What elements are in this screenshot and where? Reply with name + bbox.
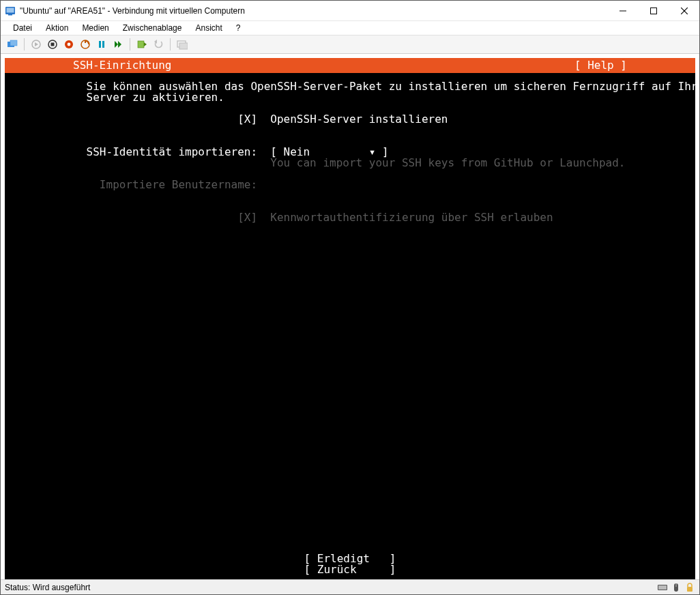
save-state-icon[interactable]	[78, 37, 93, 52]
svg-rect-26	[658, 585, 667, 590]
menu-item-medien[interactable]: Medien	[76, 22, 114, 34]
revert-icon[interactable]	[151, 37, 166, 52]
status-label: Status:	[5, 583, 30, 592]
maximize-button[interactable]	[638, 1, 669, 20]
svg-rect-24	[179, 43, 188, 49]
import-identity-hint: You can import your SSH keys from GitHub…	[270, 156, 625, 169]
svg-point-13	[68, 43, 71, 46]
import-username-label: Importiere Benutzername:	[100, 178, 257, 191]
svg-rect-20	[138, 41, 144, 48]
close-button[interactable]	[669, 1, 699, 20]
turn-off-icon[interactable]	[45, 37, 60, 52]
ctrl-alt-del-icon[interactable]	[5, 37, 20, 52]
start-icon[interactable]	[29, 37, 44, 52]
svg-marker-18	[115, 41, 118, 48]
vm-viewport-container: SSH-Einrichtung [ Help ] Sie können ausw…	[1, 54, 699, 579]
allow-pw-auth-label: Kennwortauthentifizierung über SSH erlau…	[270, 211, 553, 224]
allow-pw-auth-checkbox[interactable]: [X]	[237, 211, 257, 224]
svg-rect-2	[8, 14, 12, 16]
status-bar: Status: Wird ausgeführt	[1, 579, 699, 594]
toolbar	[1, 35, 699, 54]
svg-rect-16	[99, 41, 101, 48]
minimize-button[interactable]	[607, 1, 638, 20]
svg-marker-19	[118, 41, 121, 48]
app-icon	[5, 5, 16, 16]
svg-marker-9	[35, 42, 38, 46]
back-button[interactable]: [ Zurück ]	[304, 563, 396, 576]
status-value: Wird ausgeführt	[33, 583, 91, 592]
menu-item-datei[interactable]: Datei	[8, 22, 38, 34]
install-openssh-checkbox[interactable]: [X]	[237, 113, 257, 126]
guest-display[interactable]: SSH-Einrichtung [ Help ] Sie können ausw…	[5, 58, 695, 579]
menu-bar: Datei Aktion Medien Zwischenablage Ansic…	[1, 21, 699, 35]
menu-item-aktion[interactable]: Aktion	[40, 22, 74, 34]
reset-icon[interactable]	[111, 37, 126, 52]
svg-rect-29	[687, 587, 692, 592]
menu-item-ansicht[interactable]: Ansicht	[190, 22, 227, 34]
svg-rect-17	[102, 41, 104, 48]
menu-item-help[interactable]: ?	[231, 22, 246, 34]
shutdown-icon[interactable]	[61, 37, 76, 52]
keyboard-icon	[657, 582, 668, 593]
mouse-icon	[671, 582, 682, 593]
lock-icon	[684, 582, 695, 593]
menu-item-zwischenablage[interactable]: Zwischenablage	[117, 22, 188, 34]
installer-title: SSH-Einrichtung	[8, 58, 172, 73]
svg-rect-7	[10, 40, 17, 46]
svg-marker-21	[144, 42, 147, 46]
window-title: "Ubuntu" auf "AREA51" - Verbindung mit v…	[20, 6, 245, 16]
enhanced-session-icon[interactable]	[175, 37, 190, 52]
install-openssh-label: OpenSSH-Server installieren	[270, 113, 448, 126]
pause-icon[interactable]	[94, 37, 109, 52]
help-button[interactable]: [ Help ]	[574, 58, 692, 73]
installer-header: SSH-Einrichtung [ Help ]	[5, 58, 695, 73]
intro-line-2: Server zu aktivieren.	[87, 91, 224, 104]
window-titlebar: "Ubuntu" auf "AREA51" - Verbindung mit v…	[1, 1, 699, 21]
svg-rect-11	[51, 43, 55, 46]
svg-rect-1	[7, 8, 14, 12]
checkpoint-icon[interactable]	[134, 37, 149, 52]
